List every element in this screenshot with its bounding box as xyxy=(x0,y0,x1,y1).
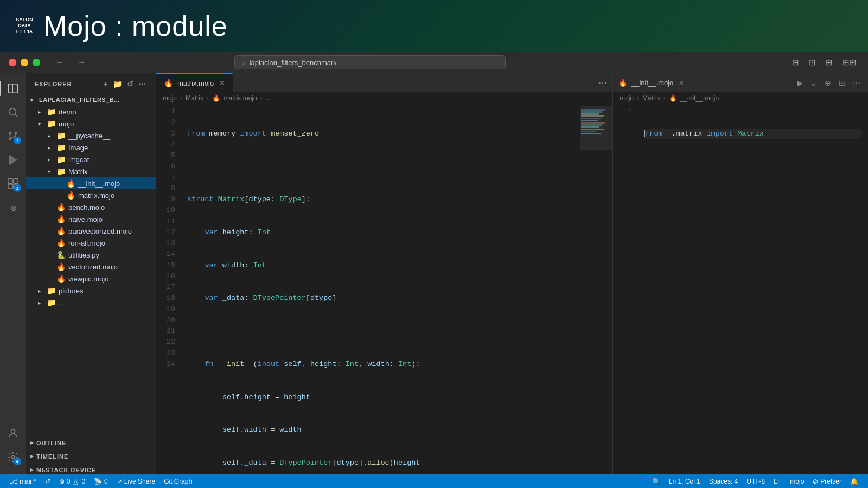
run-dropdown-icon[interactable]: ⌄ xyxy=(808,78,819,88)
tree-item-demo[interactable]: ▸ 📁 demo xyxy=(26,106,156,118)
breadcrumb-Matrix-right[interactable]: Matrix xyxy=(642,94,660,102)
activity-bar-item-settings[interactable]: ● xyxy=(2,446,24,468)
page-title: Mojo : module xyxy=(43,10,228,42)
tree-item-naive-mojo[interactable]: ▸ 🔥 naive.mojo xyxy=(26,213,156,225)
editors-split: 🔥 matrix.mojo ✕ ⋯ mojo › Matrix › 🔥 mat xyxy=(156,73,868,474)
tree-label-vectorized-mojo: vectorized.mojo xyxy=(68,263,156,271)
tree-item-imgcat[interactable]: ▸ 📁 imgcat xyxy=(26,153,156,165)
tree-item-mojo[interactable]: ▾ 📁 mojo xyxy=(26,118,156,130)
sb-branch[interactable]: ⎇ main* xyxy=(5,474,41,488)
toggle-panel-button[interactable]: ⊡ xyxy=(806,56,819,68)
chevron-right-icon: ▸ xyxy=(30,453,34,460)
tab-close-init-mojo[interactable]: ✕ xyxy=(679,79,684,87)
new-folder-icon[interactable]: 📁 xyxy=(112,79,124,89)
sidebar-header: EXPLORER + 📁 ↺ ⋯ xyxy=(26,73,156,94)
sb-spaces[interactable]: Spaces: 4 xyxy=(705,474,742,488)
minimap-left xyxy=(580,106,612,472)
close-button[interactable] xyxy=(9,59,16,66)
chevron-right-icon: ▸ xyxy=(48,133,56,139)
sidebar-section-outline[interactable]: ▸ OUTLINE xyxy=(26,437,156,447)
sb-language[interactable]: mojo xyxy=(786,474,808,488)
tree-item-paravectorized-mojo[interactable]: ▸ 🔥 paravectorized.mojo xyxy=(26,225,156,237)
sb-prettier[interactable]: ⊘ Prettier xyxy=(808,474,846,488)
breadcrumb-ellipsis[interactable]: ... xyxy=(266,94,271,102)
chevron-down-icon: ▾ xyxy=(38,121,47,127)
breadcrumb-init-mojo[interactable]: __init__.mojo xyxy=(680,94,719,102)
sb-eol-label: LF xyxy=(774,478,781,485)
tab-close-matrix-mojo[interactable]: ✕ xyxy=(219,79,225,87)
tree-item-root[interactable]: ▾ LAPLACIAN_FILTERS_B... xyxy=(26,94,156,106)
tree-item-init-mojo[interactable]: ▸ 🔥 __init__.mojo xyxy=(26,177,156,189)
right-pane-tab[interactable]: 🔥 __init__.mojo ✕ xyxy=(618,79,684,87)
breadcrumb-mojo-right[interactable]: mojo xyxy=(620,94,634,102)
tree-item-pictures[interactable]: ▸ 📁 pictures xyxy=(26,285,156,297)
code-area-left[interactable]: 12345 678910 1112131415 1617181920 21222… xyxy=(156,104,612,474)
forward-button[interactable]: → xyxy=(74,55,89,69)
customize-layout-button[interactable]: ⊞⊞ xyxy=(840,56,859,68)
tree-item-vectorized-mojo[interactable]: ▸ 🔥 vectorized.mojo xyxy=(26,261,156,273)
tree-item-viewpic-mojo[interactable]: ▸ 🔥 viewpic.mojo xyxy=(26,273,156,285)
sb-broadcast[interactable]: 📡 0 xyxy=(90,474,112,488)
sb-errors[interactable]: ⊗ 0 △ 0 xyxy=(55,474,90,488)
sb-liveshare[interactable]: ↗ Live Share xyxy=(112,474,159,488)
sb-sync[interactable]: ↺ xyxy=(41,474,55,488)
tree-item-bench-mojo[interactable]: ▸ 🔥 bench.mojo xyxy=(26,201,156,213)
split-editor-button[interactable]: ⊟ xyxy=(789,56,802,68)
sidebar-section-m5stack[interactable]: ▸ M5STACK DEVICE xyxy=(26,464,156,474)
chevron-down-icon: ▾ xyxy=(48,169,56,175)
activity-bar-item-search[interactable] xyxy=(2,101,24,123)
svg-rect-10 xyxy=(8,184,12,189)
activity-bar-item-explorer[interactable] xyxy=(2,78,24,99)
maximize-button[interactable] xyxy=(33,59,40,66)
activity-bar-item-remote[interactable]: ⊗ xyxy=(2,197,24,219)
chevron-right-icon: ▸ xyxy=(30,439,34,446)
tree-item-Image[interactable]: ▸ 📁 Image xyxy=(26,142,156,153)
tree-item-other[interactable]: ▸ 📁 ... xyxy=(26,297,156,309)
tree-item-utilities-py[interactable]: ▸ 🐍 utilities.py xyxy=(26,249,156,261)
breadcrumb-matrix-mojo[interactable]: matrix.mojo xyxy=(224,94,257,102)
tree-item-pycache[interactable]: ▸ 📁 __pycache__ xyxy=(26,130,156,142)
activity-bar-item-source-control[interactable]: 1 xyxy=(2,125,24,147)
activity-bar-item-accounts[interactable] xyxy=(2,422,24,444)
sb-eol[interactable]: LF xyxy=(769,474,786,488)
svg-point-2 xyxy=(9,108,16,115)
activity-bar: 1 1 ⊗ ● xyxy=(0,73,26,474)
mojo-breadcrumb-icon: 🔥 xyxy=(212,94,220,102)
sb-notifications[interactable]: 🔔 xyxy=(846,474,863,488)
tree-item-run-all-mojo[interactable]: ▸ 🔥 run-all.mojo xyxy=(26,237,156,249)
activity-bar-item-extensions[interactable]: 1 xyxy=(2,173,24,195)
history-icon[interactable]: ⊕ xyxy=(822,78,833,88)
sidebar-section-timeline[interactable]: ▸ TIMELINE xyxy=(26,451,156,461)
more-actions-icon[interactable]: ⋯ xyxy=(851,78,863,88)
tab-more-button[interactable]: ⋯ xyxy=(593,78,612,88)
activity-bar-item-run[interactable] xyxy=(2,149,24,171)
folder-icon: 📁 xyxy=(56,143,66,152)
broadcast-icon: 📡 xyxy=(94,478,102,485)
sb-position[interactable]: Ln 1, Col 1 xyxy=(665,474,705,488)
new-file-icon[interactable]: + xyxy=(103,79,110,89)
breadcrumb-Matrix[interactable]: Matrix xyxy=(186,94,203,102)
tree-label-other: ... xyxy=(59,299,156,307)
sb-gitgraph[interactable]: Git Graph xyxy=(159,474,196,488)
refresh-icon[interactable]: ↺ xyxy=(126,79,135,89)
layout-button[interactable]: ⊞ xyxy=(823,56,835,68)
tree-item-matrix-mojo[interactable]: ▸ 🔥 matrix.mojo xyxy=(26,189,156,201)
minimize-button[interactable] xyxy=(21,59,28,66)
back-button[interactable]: ← xyxy=(52,55,67,69)
folder-icon: 📁 xyxy=(56,131,66,140)
extensions-badge: 1 xyxy=(14,184,21,192)
main-area: 1 1 ⊗ ● EXPLORER + xyxy=(0,73,868,474)
code-area-right[interactable]: 1 from .matrix import Matrix xyxy=(613,104,868,474)
run-action-icon[interactable]: ▶ xyxy=(795,78,805,88)
tree-item-Matrix[interactable]: ▾ 📁 Matrix xyxy=(26,165,156,177)
mojo-file-icon: 🔥 xyxy=(56,262,66,271)
split-right-icon[interactable]: ⊡ xyxy=(837,78,847,88)
sb-encoding[interactable]: UTF-8 xyxy=(742,474,769,488)
tree-label-init-mojo: __init__.mojo xyxy=(78,179,156,188)
svg-point-6 xyxy=(15,132,17,134)
search-bar[interactable]: ⌕ laplacian_filters_benchmark xyxy=(234,55,506,69)
sb-search-right[interactable]: 🔍 xyxy=(648,474,665,488)
collapse-icon[interactable]: ⋯ xyxy=(137,79,148,89)
tab-matrix-mojo[interactable]: 🔥 matrix.mojo ✕ xyxy=(156,73,233,92)
breadcrumb-mojo[interactable]: mojo xyxy=(163,94,177,102)
